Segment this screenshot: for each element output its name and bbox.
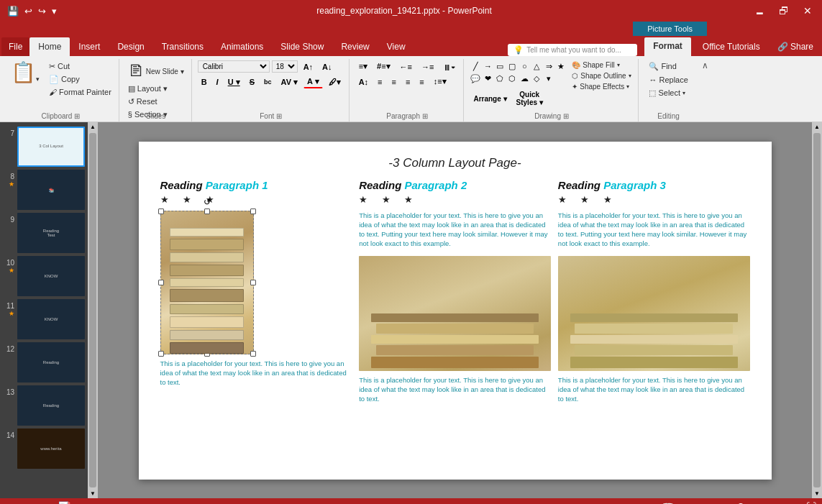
reset-button[interactable]: ↺ Reset (125, 96, 160, 108)
decrease-indent-button[interactable]: ←≡ (396, 61, 416, 73)
line-shape[interactable]: ╱ (470, 60, 481, 72)
close-button[interactable]: ✕ (799, 4, 816, 18)
cloud-shape[interactable]: ☁ (519, 73, 530, 84)
find-button[interactable]: 🔍 Find (646, 60, 679, 73)
tab-file[interactable]: File (1, 37, 29, 56)
slide-sorter-button[interactable]: ⊞ (647, 501, 656, 504)
diamond-shape[interactable]: ◇ (531, 73, 542, 84)
scroll-down-button[interactable]: ▼ (88, 489, 97, 498)
line-spacing-button[interactable]: ↕≡▾ (430, 75, 450, 88)
canvas-scroll-up[interactable]: ▲ (813, 122, 821, 132)
slide-thumb-8[interactable]: 8★ 📚 (3, 170, 85, 210)
tab-insert[interactable]: Insert (70, 37, 109, 56)
slide-notes-icon[interactable]: 📝 (58, 501, 70, 504)
subscript-button[interactable]: bc (260, 77, 275, 87)
hexagon-shape[interactable]: ⬡ (506, 73, 518, 84)
slide-thumb-13[interactable]: 13 Reading (3, 385, 85, 426)
paste-button[interactable]: 📋 ▾ (7, 60, 43, 85)
tab-slideshow[interactable]: Slide Show (272, 37, 332, 56)
minimize-button[interactable]: 🗕 (750, 4, 769, 18)
scroll-thumb[interactable] (89, 133, 96, 487)
slide-thumb-11[interactable]: 11★ KNOW (3, 299, 85, 339)
undo-button[interactable]: ↩ (23, 4, 34, 18)
decrease-font-size-button[interactable]: A↓ (319, 61, 335, 73)
maximize-button[interactable]: 🗗 (775, 4, 793, 18)
text-highlight-button[interactable]: 🖊▾ (325, 76, 344, 88)
tab-animations[interactable]: Animations (212, 37, 272, 56)
tab-share[interactable]: 🔗 Share (769, 37, 822, 56)
arrow-shape[interactable]: → (482, 60, 493, 72)
slide-thumb-10[interactable]: 10★ KNOW (3, 256, 85, 296)
rect-shape[interactable]: ▭ (494, 60, 506, 72)
zoom-in-button[interactable]: + (766, 501, 772, 504)
canvas-scroll-down[interactable]: ▼ (813, 489, 821, 498)
oval-shape[interactable]: ○ (519, 60, 530, 72)
font-color-button[interactable]: A ▾ (303, 75, 323, 88)
tab-office-tutorials[interactable]: Office Tutorials (694, 37, 769, 56)
align-center-button[interactable]: ≡ (388, 76, 400, 88)
underline-button[interactable]: U ▾ (224, 76, 244, 88)
text-direction-button[interactable]: A↕ (355, 76, 372, 88)
zoom-out-button[interactable]: - (693, 501, 697, 504)
columns-button[interactable]: ⫼▾ (439, 61, 459, 73)
tab-review[interactable]: Review (332, 37, 378, 56)
tab-format[interactable]: Format (644, 37, 691, 56)
canvas-scroll-thumb[interactable] (813, 133, 821, 487)
customize-qat-button[interactable]: ▾ (50, 4, 58, 18)
panel-scrollbar[interactable]: ▲ ▼ (88, 122, 98, 498)
shape-outline-button[interactable]: ⬡ Shape Outline ▾ (570, 71, 633, 81)
slide-thumb-7[interactable]: 7 3 Col Layout (3, 127, 85, 167)
align-right-button[interactable]: ≡ (402, 76, 414, 88)
shape-fill-button[interactable]: 🎨 Shape Fill ▾ (570, 60, 633, 70)
tab-view[interactable]: View (378, 37, 414, 56)
increase-indent-button[interactable]: →≡ (418, 61, 437, 73)
star-shape[interactable]: ★ (555, 60, 567, 72)
canvas-v-scrollbar[interactable]: ▲ ▼ (812, 122, 822, 498)
more-shapes[interactable]: ▾ (543, 73, 554, 84)
tell-me-box[interactable]: 💡 Tell me what you want to do... (508, 44, 637, 56)
redo-button[interactable]: ↪ (37, 4, 47, 18)
slideshow-button[interactable]: ▶ (680, 501, 688, 504)
shape-effects-button[interactable]: ✦ Shape Effects ▾ (570, 82, 633, 91)
tab-home[interactable]: Home (29, 37, 70, 56)
bold-button[interactable]: B (198, 76, 211, 88)
collapse-ribbon-button[interactable]: ∧ (699, 60, 711, 70)
selected-image[interactable]: ↺ (160, 211, 254, 354)
save-button[interactable]: 💾 (6, 4, 20, 18)
italic-button[interactable]: I (213, 76, 222, 88)
font-family-select[interactable]: Calibri (198, 60, 270, 73)
layout-button[interactable]: ▤ Layout ▾ (125, 83, 170, 95)
font-size-select[interactable]: 18 (272, 60, 298, 73)
numbering-button[interactable]: #≡▾ (373, 60, 394, 73)
scroll-up-button[interactable]: ▲ (88, 122, 97, 132)
fit-slide-button[interactable]: ⛶ (806, 501, 816, 504)
pentagon-shape[interactable]: ⬠ (494, 73, 506, 84)
triangle-shape[interactable]: △ (531, 60, 542, 72)
slide-thumb-9[interactable]: 9 ReadingTest (3, 213, 85, 253)
slide-thumb-14[interactable]: 14 www.herita (3, 429, 85, 469)
replace-button[interactable]: ↔ Replace (646, 74, 690, 86)
justify-button[interactable]: ≡ (416, 76, 427, 88)
rotate-handle[interactable]: ↺ (204, 197, 211, 207)
align-left-button[interactable]: ≡ (374, 76, 385, 88)
tab-transitions[interactable]: Transitions (153, 37, 212, 56)
increase-font-size-button[interactable]: A↑ (300, 61, 316, 73)
format-painter-button[interactable]: 🖌 Format Painter (46, 86, 114, 98)
bullets-button[interactable]: ≡▾ (355, 60, 371, 73)
normal-view-button[interactable]: ⬚ (632, 501, 641, 504)
character-spacing-button[interactable]: AV ▾ (278, 76, 302, 88)
right-arrow-shape[interactable]: ⇒ (543, 60, 554, 72)
heart-shape[interactable]: ❤ (482, 73, 493, 84)
callout-shape[interactable]: 💬 (470, 73, 481, 84)
cut-button[interactable]: ✂ Cut (46, 60, 114, 73)
rounded-rect-shape[interactable]: ▢ (506, 60, 518, 72)
select-button[interactable]: ⬚ Select ▾ (646, 87, 688, 99)
tab-design[interactable]: Design (109, 37, 152, 56)
arrange-button[interactable]: Arrange ▾ (470, 89, 510, 108)
strikethrough-button[interactable]: S (246, 76, 258, 88)
slide-thumb-12[interactable]: 12 Reading (3, 342, 85, 382)
quick-styles-button[interactable]: QuickStyles ▾ (513, 89, 547, 108)
new-slide-button[interactable]: 🖹 New Slide ▾ (125, 60, 187, 82)
copy-button[interactable]: 📄 Copy (46, 73, 114, 86)
reading-view-button[interactable]: 📖 (662, 501, 674, 504)
